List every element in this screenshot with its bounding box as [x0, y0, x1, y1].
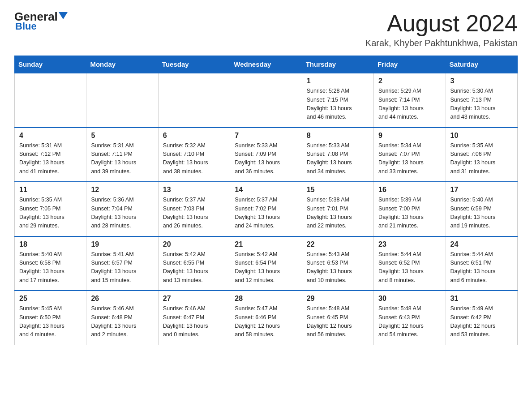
logo-blue: Blue — [14, 21, 37, 32]
day-number: 13 — [163, 186, 225, 194]
calendar-cell — [158, 73, 230, 128]
day-info: Sunrise: 5:42 AMSunset: 6:54 PMDaylight:… — [235, 250, 297, 285]
calendar-cell: 1Sunrise: 5:28 AMSunset: 7:15 PMDaylight… — [302, 73, 373, 128]
day-info: Sunrise: 5:32 AMSunset: 7:10 PMDaylight:… — [163, 141, 225, 176]
calendar-cell: 19Sunrise: 5:41 AMSunset: 6:57 PMDayligh… — [86, 236, 158, 291]
calendar-cell: 28Sunrise: 5:47 AMSunset: 6:46 PMDayligh… — [230, 291, 302, 345]
day-number: 17 — [450, 186, 513, 194]
calendar-cell — [86, 73, 158, 128]
day-info: Sunrise: 5:40 AMSunset: 6:58 PMDaylight:… — [19, 250, 82, 285]
day-info: Sunrise: 5:44 AMSunset: 6:51 PMDaylight:… — [450, 250, 513, 285]
day-number: 4 — [19, 132, 82, 140]
title-block: August 2024 Karak, Khyber Pakhtunkhwa, P… — [365, 11, 518, 48]
day-number: 29 — [307, 295, 369, 303]
calendar-cell: 16Sunrise: 5:39 AMSunset: 7:00 PMDayligh… — [374, 182, 446, 236]
day-number: 2 — [378, 77, 441, 85]
page-subtitle: Karak, Khyber Pakhtunkhwa, Pakistan — [365, 38, 518, 48]
day-number: 18 — [19, 240, 82, 248]
calendar-cell: 13Sunrise: 5:37 AMSunset: 7:03 PMDayligh… — [158, 182, 230, 236]
day-info: Sunrise: 5:41 AMSunset: 6:57 PMDaylight:… — [91, 250, 153, 285]
page-title: August 2024 — [365, 11, 518, 36]
calendar-cell: 20Sunrise: 5:42 AMSunset: 6:55 PMDayligh… — [158, 236, 230, 291]
day-number: 19 — [91, 240, 153, 248]
day-info: Sunrise: 5:36 AMSunset: 7:04 PMDaylight:… — [91, 196, 153, 231]
calendar-cell: 10Sunrise: 5:35 AMSunset: 7:06 PMDayligh… — [446, 128, 517, 182]
day-info: Sunrise: 5:43 AMSunset: 6:53 PMDaylight:… — [307, 250, 369, 285]
calendar-cell: 21Sunrise: 5:42 AMSunset: 6:54 PMDayligh… — [230, 236, 302, 291]
day-info: Sunrise: 5:33 AMSunset: 7:08 PMDaylight:… — [307, 141, 369, 176]
day-number: 12 — [91, 186, 153, 194]
day-number: 20 — [163, 240, 225, 248]
calendar-cell: 27Sunrise: 5:46 AMSunset: 6:47 PMDayligh… — [158, 291, 230, 345]
day-number: 31 — [450, 295, 513, 303]
day-info: Sunrise: 5:42 AMSunset: 6:55 PMDaylight:… — [163, 250, 225, 285]
day-number: 8 — [307, 132, 369, 140]
day-info: Sunrise: 5:30 AMSunset: 7:13 PMDaylight:… — [450, 87, 513, 122]
day-info: Sunrise: 5:46 AMSunset: 6:47 PMDaylight:… — [163, 304, 225, 339]
day-info: Sunrise: 5:37 AMSunset: 7:02 PMDaylight:… — [235, 196, 297, 231]
day-number: 30 — [378, 295, 441, 303]
day-number: 5 — [91, 132, 153, 140]
calendar-cell — [15, 73, 86, 128]
day-number: 3 — [450, 77, 513, 85]
day-number: 10 — [450, 132, 513, 140]
day-info: Sunrise: 5:40 AMSunset: 6:59 PMDaylight:… — [450, 196, 513, 231]
day-info: Sunrise: 5:29 AMSunset: 7:14 PMDaylight:… — [378, 87, 441, 122]
calendar-cell: 12Sunrise: 5:36 AMSunset: 7:04 PMDayligh… — [86, 182, 158, 236]
calendar-cell: 22Sunrise: 5:43 AMSunset: 6:53 PMDayligh… — [302, 236, 373, 291]
calendar-cell: 15Sunrise: 5:38 AMSunset: 7:01 PMDayligh… — [302, 182, 373, 236]
calendar-cell: 17Sunrise: 5:40 AMSunset: 6:59 PMDayligh… — [446, 182, 517, 236]
calendar-cell: 29Sunrise: 5:48 AMSunset: 6:45 PMDayligh… — [302, 291, 373, 345]
day-number: 24 — [450, 240, 513, 248]
logo: General Blue — [14, 11, 68, 32]
day-info: Sunrise: 5:28 AMSunset: 7:15 PMDaylight:… — [307, 87, 369, 122]
day-number: 9 — [378, 132, 441, 140]
day-number: 1 — [307, 77, 369, 85]
day-number: 22 — [307, 240, 369, 248]
day-number: 15 — [307, 186, 369, 194]
logo-triangle-icon — [59, 12, 68, 19]
calendar-cell: 25Sunrise: 5:45 AMSunset: 6:50 PMDayligh… — [15, 291, 86, 345]
day-info: Sunrise: 5:37 AMSunset: 7:03 PMDaylight:… — [163, 196, 225, 231]
col-friday: Friday — [374, 56, 446, 73]
day-number: 16 — [378, 186, 441, 194]
calendar-week-row-4: 18Sunrise: 5:40 AMSunset: 6:58 PMDayligh… — [15, 236, 518, 291]
col-saturday: Saturday — [446, 56, 517, 73]
day-info: Sunrise: 5:47 AMSunset: 6:46 PMDaylight:… — [235, 304, 297, 339]
day-number: 14 — [235, 186, 297, 194]
day-info: Sunrise: 5:48 AMSunset: 6:43 PMDaylight:… — [378, 304, 441, 339]
day-info: Sunrise: 5:46 AMSunset: 6:48 PMDaylight:… — [91, 304, 153, 339]
day-info: Sunrise: 5:45 AMSunset: 6:50 PMDaylight:… — [19, 304, 82, 339]
calendar-cell: 26Sunrise: 5:46 AMSunset: 6:48 PMDayligh… — [86, 291, 158, 345]
header: General Blue August 2024 Karak, Khyber P… — [14, 11, 518, 48]
day-info: Sunrise: 5:44 AMSunset: 6:52 PMDaylight:… — [378, 250, 441, 285]
calendar-cell: 30Sunrise: 5:48 AMSunset: 6:43 PMDayligh… — [374, 291, 446, 345]
day-info: Sunrise: 5:39 AMSunset: 7:00 PMDaylight:… — [378, 196, 441, 231]
calendar-week-row-3: 11Sunrise: 5:35 AMSunset: 7:05 PMDayligh… — [15, 182, 518, 236]
day-info: Sunrise: 5:35 AMSunset: 7:05 PMDaylight:… — [19, 196, 82, 231]
day-number: 27 — [163, 295, 225, 303]
col-wednesday: Wednesday — [230, 56, 302, 73]
calendar-cell: 23Sunrise: 5:44 AMSunset: 6:52 PMDayligh… — [374, 236, 446, 291]
day-info: Sunrise: 5:38 AMSunset: 7:01 PMDaylight:… — [307, 196, 369, 231]
day-number: 11 — [19, 186, 82, 194]
col-tuesday: Tuesday — [158, 56, 230, 73]
calendar-cell: 14Sunrise: 5:37 AMSunset: 7:02 PMDayligh… — [230, 182, 302, 236]
calendar-week-row-2: 4Sunrise: 5:31 AMSunset: 7:12 PMDaylight… — [15, 128, 518, 182]
day-number: 23 — [378, 240, 441, 248]
calendar-cell: 3Sunrise: 5:30 AMSunset: 7:13 PMDaylight… — [446, 73, 517, 128]
calendar-table: Sunday Monday Tuesday Wednesday Thursday… — [14, 56, 518, 345]
day-info: Sunrise: 5:31 AMSunset: 7:12 PMDaylight:… — [19, 141, 82, 176]
calendar-cell: 5Sunrise: 5:31 AMSunset: 7:11 PMDaylight… — [86, 128, 158, 182]
calendar-cell — [230, 73, 302, 128]
day-info: Sunrise: 5:34 AMSunset: 7:07 PMDaylight:… — [378, 141, 441, 176]
col-thursday: Thursday — [302, 56, 373, 73]
day-info: Sunrise: 5:48 AMSunset: 6:45 PMDaylight:… — [307, 304, 369, 339]
day-number: 25 — [19, 295, 82, 303]
col-sunday: Sunday — [15, 56, 86, 73]
calendar-cell: 2Sunrise: 5:29 AMSunset: 7:14 PMDaylight… — [374, 73, 446, 128]
calendar-header-row: Sunday Monday Tuesday Wednesday Thursday… — [15, 56, 518, 73]
calendar-cell: 18Sunrise: 5:40 AMSunset: 6:58 PMDayligh… — [15, 236, 86, 291]
calendar-cell: 4Sunrise: 5:31 AMSunset: 7:12 PMDaylight… — [15, 128, 86, 182]
day-info: Sunrise: 5:31 AMSunset: 7:11 PMDaylight:… — [91, 141, 153, 176]
